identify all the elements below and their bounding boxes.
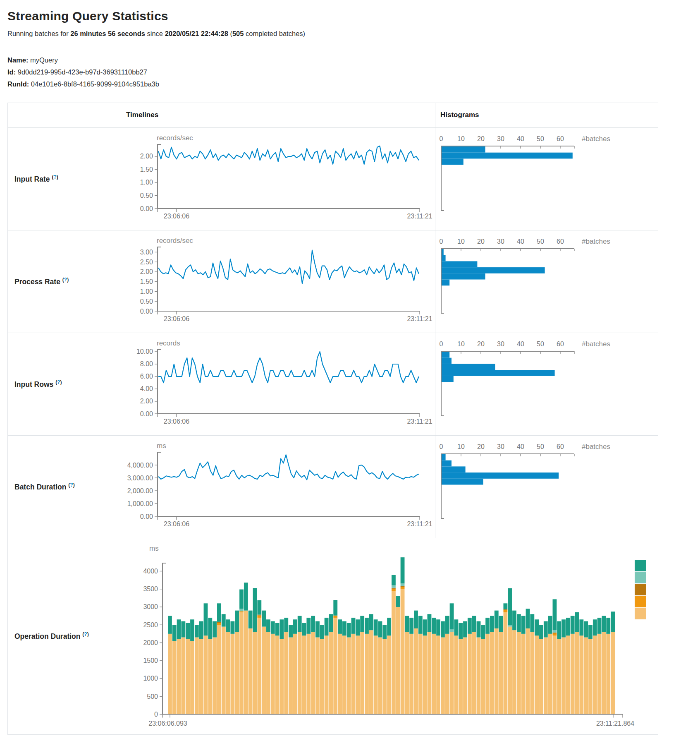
histogram-bar (442, 352, 449, 358)
stacked-bar-segment (553, 599, 557, 630)
stacked-bar-segment (195, 625, 199, 637)
stacked-bar-segment (253, 588, 257, 632)
svg-text:20: 20 (477, 341, 485, 348)
stacked-bar-segment (213, 621, 217, 637)
svg-text:ms: ms (149, 544, 159, 552)
svg-text:0.00: 0.00 (140, 307, 153, 314)
svg-text:30: 30 (497, 341, 504, 348)
stacked-bar-segment (208, 639, 212, 714)
help-icon[interactable]: (?) (82, 631, 88, 637)
query-name: myQuery (30, 56, 58, 64)
stacked-bar-segment (414, 610, 418, 628)
stacked-bar-segment (222, 614, 226, 626)
stacked-bar-segment (387, 618, 391, 635)
stacked-bar-segment (450, 629, 454, 632)
stacked-bar-segment (477, 637, 481, 714)
svg-text:60: 60 (557, 443, 564, 450)
stacked-bar-segment (302, 635, 306, 714)
timeline-line (158, 250, 419, 283)
help-icon[interactable]: (?) (55, 379, 62, 385)
help-icon[interactable]: (?) (68, 482, 74, 488)
svg-text:23:06:06: 23:06:06 (164, 418, 189, 425)
running-batches-summary: Running batches for 26 minutes 56 second… (7, 30, 693, 38)
stacked-bar-segment (374, 635, 378, 714)
stacked-bar-segment (575, 632, 579, 714)
operation-duration-svg: ms0500100015002000250030003500400023:06:… (121, 538, 657, 733)
stacked-bar-segment (320, 625, 324, 639)
stacked-bar-segment (244, 610, 248, 714)
stacked-bar-segment (544, 637, 548, 714)
stacked-bar-segment (338, 633, 342, 714)
svg-text:10: 10 (457, 341, 465, 348)
histogram-bar (442, 454, 446, 460)
svg-text:4.00: 4.00 (140, 385, 153, 392)
stacked-bar-segment (414, 628, 418, 715)
table-row: Process Rate (?) records/sec0.000.501.00… (8, 230, 658, 333)
stacked-bar-segment (553, 635, 557, 714)
histogram-bar (442, 478, 483, 484)
svg-text:23:11:21: 23:11:21 (407, 213, 432, 220)
svg-text:#batches: #batches (582, 443, 610, 451)
svg-text:6.00: 6.00 (140, 373, 153, 380)
stacked-bar-segment (450, 632, 454, 714)
svg-text:1000: 1000 (143, 675, 158, 682)
stacked-bar-segment (284, 618, 288, 632)
stacked-bar-segment (472, 632, 476, 714)
process-rate-histogram-chart: 0102030405060#batches (435, 230, 658, 330)
query-info: Name: myQuery Id: 9d0dd219-995d-423e-b97… (7, 54, 693, 90)
process-rate-timeline-svg: records/sec0.000.501.001.502.002.503.002… (121, 230, 435, 330)
stacked-bar-segment (392, 588, 396, 588)
stacked-bar-segment (226, 632, 230, 714)
legend-swatch (635, 572, 646, 583)
svg-text:4000: 4000 (143, 568, 158, 575)
completed-batches-count: 505 (232, 30, 244, 37)
stacked-bar-segment (320, 639, 324, 714)
input-rows-timeline-svg: records0.002.004.006.008.0010.0023:06:06… (121, 333, 435, 432)
stacked-bar-segment (177, 619, 181, 639)
stacked-bar-segment (463, 637, 467, 714)
stacked-bar-segment (504, 603, 508, 609)
process-rate-histogram-svg: 0102030405060#batches (435, 230, 657, 330)
svg-text:500: 500 (147, 693, 158, 700)
stacked-bar-segment (217, 621, 221, 622)
help-icon[interactable]: (?) (52, 174, 58, 180)
stacked-bar-segment (347, 637, 351, 714)
stacked-bar-segment (530, 614, 534, 632)
stacked-bar-segment (239, 611, 244, 612)
stacked-bar-segment (204, 603, 208, 635)
input-rows-histogram-svg: 0102030405060#batches (435, 333, 657, 432)
svg-text:60: 60 (557, 238, 564, 245)
summary-text: Running batches for (7, 30, 70, 37)
stacked-bar-segment (423, 635, 427, 714)
stacked-bar-segment (360, 616, 364, 632)
svg-text:40: 40 (517, 341, 524, 348)
svg-text:2.00: 2.00 (140, 398, 153, 405)
stacked-bar-segment (289, 625, 293, 637)
stacked-bar-segment (181, 621, 185, 637)
stacked-bar-segment (401, 587, 405, 589)
stacked-bar-segment (217, 603, 221, 622)
stacked-bar-segment (499, 632, 503, 714)
stacked-bar-segment (459, 623, 463, 639)
stacked-bar-segment (360, 632, 364, 714)
svg-text:0.00: 0.00 (140, 513, 153, 520)
stacked-bar-segment (477, 621, 481, 637)
stacked-bar-segment (539, 639, 543, 714)
query-name-line: Name: myQuery (7, 54, 693, 66)
help-icon[interactable]: (?) (62, 277, 69, 283)
batch-duration-timeline-svg: ms0.001,000.002,000.003,000.004,000.0023… (121, 436, 435, 535)
svg-text:0: 0 (440, 135, 443, 142)
input-rate-histogram-chart: 0102030405060#batches (435, 128, 658, 227)
table-row: Operation Duration (?) ms050010001500200… (8, 538, 658, 734)
stacked-bar-segment (405, 616, 409, 632)
stacked-bar-segment (266, 632, 270, 714)
stacked-bar-segment (248, 628, 253, 715)
histogram-bar (442, 370, 555, 376)
svg-text:10: 10 (457, 443, 465, 450)
svg-text:30: 30 (497, 443, 504, 450)
stacked-bar-segment (168, 633, 172, 714)
stacked-bar-segment (441, 637, 445, 714)
stacked-bar-segment (378, 637, 382, 714)
stacked-bar-segment (329, 614, 333, 632)
histogram-bar (442, 472, 559, 479)
